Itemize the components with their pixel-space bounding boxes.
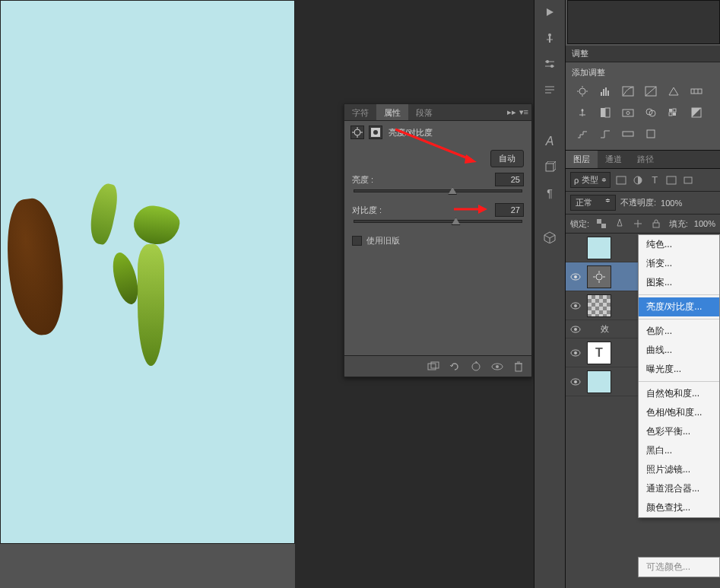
- svg-point-94: [574, 328, 577, 331]
- character-panel-icon[interactable]: A: [542, 134, 557, 149]
- context-menu-item[interactable]: 曝光度...: [639, 360, 719, 379]
- filter-smart-icon[interactable]: [682, 174, 694, 186]
- layer-thumbnail[interactable]: [587, 370, 611, 393]
- play-icon[interactable]: [542, 5, 557, 20]
- legacy-label: 使用旧版: [366, 235, 400, 246]
- sliders-icon[interactable]: [542, 56, 557, 72]
- reset-icon[interactable]: [469, 360, 483, 373]
- tab-paragraph[interactable]: 段落: [408, 104, 440, 120]
- panel-expand-icon[interactable]: ▸▸: [507, 107, 516, 117]
- context-menu-item[interactable]: 照片滤镜...: [639, 460, 719, 479]
- brush-settings-icon[interactable]: [542, 30, 557, 46]
- photo-filter-adj-icon[interactable]: [620, 106, 636, 119]
- context-menu-item[interactable]: 图案...: [639, 273, 719, 292]
- tab-character[interactable]: 字符: [344, 104, 376, 120]
- svg-point-29: [546, 60, 549, 63]
- svg-rect-73: [623, 132, 633, 136]
- filter-pixel-icon[interactable]: [615, 174, 627, 186]
- tab-paths[interactable]: 路径: [630, 151, 661, 168]
- cube-icon[interactable]: [542, 230, 557, 245]
- vibrance-adj-icon[interactable]: [666, 84, 681, 98]
- svg-point-30: [550, 65, 553, 68]
- exposure-adj-icon[interactable]: [643, 84, 658, 98]
- context-menu-item[interactable]: 曲线...: [639, 341, 719, 360]
- context-menu-item[interactable]: 纯色...: [639, 235, 719, 254]
- navigator-thumbnail[interactable]: [567, 0, 720, 44]
- view-previous-icon[interactable]: [448, 360, 461, 373]
- type-layer-thumbnail[interactable]: T: [587, 342, 611, 364]
- channel-mixer-adj-icon[interactable]: [643, 106, 658, 119]
- svg-rect-50: [603, 89, 604, 96]
- brightness-value-input[interactable]: 25: [495, 173, 524, 186]
- fill-value[interactable]: 100%: [694, 219, 715, 228]
- canvas-area[interactable]: [0, 0, 295, 544]
- posterize-adj-icon[interactable]: [575, 127, 590, 141]
- curves-adj-icon[interactable]: [620, 84, 636, 98]
- visibility-toggle[interactable]: [569, 241, 582, 255]
- brightness-label: 亮度 :: [352, 174, 398, 186]
- context-menu-item[interactable]: 颜色查找...: [639, 498, 719, 517]
- delete-icon[interactable]: [512, 360, 525, 373]
- invert-adj-icon[interactable]: [689, 106, 704, 119]
- clip-to-layer-icon[interactable]: [427, 360, 440, 373]
- layer-thumbnail[interactable]: [587, 294, 611, 317]
- svg-rect-80: [601, 224, 606, 228]
- gradient-map-adj-icon[interactable]: [620, 127, 636, 141]
- layer-thumbnail[interactable]: [587, 237, 611, 259]
- context-menu-item[interactable]: 色彩平衡...: [639, 422, 719, 441]
- context-menu-item[interactable]: 渐变...: [639, 254, 719, 273]
- context-menu-item[interactable]: 色相/饱和度...: [639, 403, 719, 422]
- context-menu-item[interactable]: 黑白...: [639, 441, 719, 460]
- contrast-slider[interactable]: [354, 220, 522, 223]
- filter-type-icon[interactable]: T: [649, 174, 661, 186]
- lock-pixels-icon[interactable]: [614, 218, 626, 230]
- paragraph-panel-icon[interactable]: ¶: [542, 186, 557, 201]
- blend-mode-select[interactable]: 正常 ≑: [570, 195, 616, 211]
- visibility-icon[interactable]: [490, 360, 504, 373]
- visibility-toggle[interactable]: [569, 375, 582, 389]
- adjustment-layer-thumbnail[interactable]: [587, 265, 611, 288]
- color-balance-adj-icon[interactable]: [575, 106, 590, 119]
- hue-sat-adj-icon[interactable]: [689, 84, 704, 98]
- lock-all-icon[interactable]: [650, 218, 662, 230]
- threshold-adj-icon[interactable]: [598, 127, 613, 141]
- filter-adjustment-icon[interactable]: [632, 174, 644, 186]
- filter-shape-icon[interactable]: [665, 174, 677, 186]
- menu-separator: [639, 294, 719, 295]
- context-menu-item[interactable]: 自然饱和度...: [639, 384, 719, 403]
- selective-color-adj-icon[interactable]: [643, 127, 658, 141]
- tab-channels[interactable]: 通道: [598, 151, 630, 168]
- lock-position-icon[interactable]: [632, 218, 644, 230]
- paragraph-styles-icon[interactable]: [542, 82, 557, 97]
- panel-menu-icon[interactable]: ▾≡: [519, 107, 528, 117]
- svg-rect-8: [431, 362, 439, 368]
- levels-adj-icon[interactable]: [598, 84, 613, 98]
- tab-layers[interactable]: 图层: [566, 151, 598, 168]
- svg-rect-75: [617, 176, 626, 184]
- brightness-contrast-adj-icon[interactable]: [575, 84, 590, 98]
- lock-transparency-icon[interactable]: [595, 218, 607, 230]
- context-menu-item[interactable]: 可选颜色...: [638, 557, 720, 577]
- brightness-slider[interactable]: [354, 189, 522, 192]
- 3d-panel-icon[interactable]: [542, 160, 557, 175]
- visibility-toggle[interactable]: [569, 270, 582, 284]
- visibility-toggle[interactable]: [569, 346, 582, 360]
- auto-button[interactable]: 自动: [490, 150, 524, 167]
- color-lookup-adj-icon[interactable]: [666, 106, 681, 119]
- tab-properties[interactable]: 属性: [376, 104, 408, 120]
- context-menu-item[interactable]: 通道混合器...: [639, 479, 719, 498]
- opacity-label: 不透明度:: [620, 197, 656, 208]
- adjustments-header[interactable]: 调整: [566, 46, 720, 62]
- bw-adj-icon[interactable]: [598, 106, 613, 119]
- svg-line-42: [550, 235, 555, 238]
- contrast-value-input[interactable]: 27: [495, 203, 524, 217]
- effects-label: 效: [587, 323, 609, 335]
- visibility-toggle[interactable]: [569, 299, 582, 313]
- visibility-toggle[interactable]: [569, 323, 582, 336]
- layer-filter-kind[interactable]: ρ类型≑: [570, 172, 611, 188]
- context-menu-item[interactable]: 亮度/对比度...: [639, 297, 719, 316]
- context-menu-item[interactable]: 色阶...: [639, 322, 719, 341]
- legacy-checkbox[interactable]: [352, 236, 362, 246]
- svg-rect-79: [597, 219, 601, 224]
- opacity-value[interactable]: 100%: [661, 199, 682, 208]
